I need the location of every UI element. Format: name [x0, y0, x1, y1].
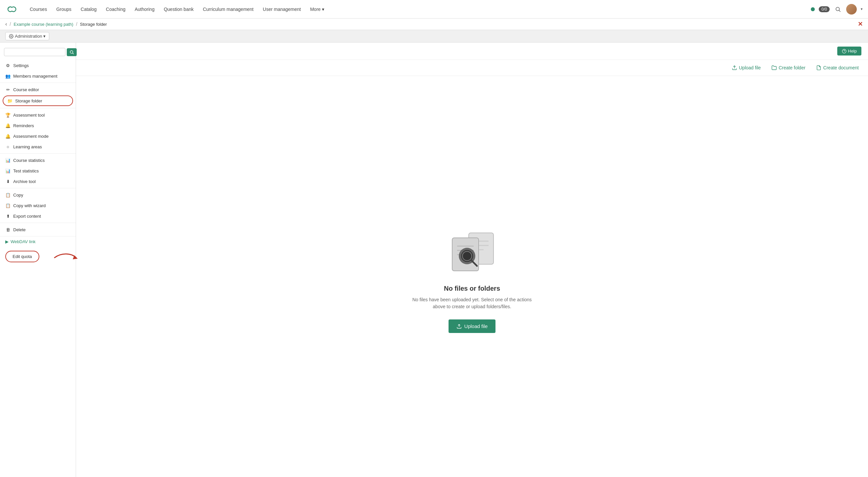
help-button[interactable]: Help	[837, 46, 861, 56]
menu-assessment-mode[interactable]: 🔔 Assessment mode	[0, 131, 76, 141]
back-button[interactable]: ‹	[5, 21, 7, 27]
admin-toolbar: Administration ▾	[0, 30, 868, 43]
svg-point-2	[10, 36, 12, 37]
user-menu-arrow[interactable]: ▾	[861, 7, 863, 11]
edit-quota-area: Edit quota	[0, 247, 76, 268]
menu-copy[interactable]: 📋 Copy	[0, 190, 76, 200]
breadcrumb: ‹ / Example course (learning path) / Sto…	[0, 19, 868, 30]
menu-members-management[interactable]: 👥 Members management	[0, 71, 76, 81]
menu-delete-label: Delete	[13, 227, 26, 232]
menu-settings[interactable]: ⚙ Settings	[0, 60, 76, 71]
nav-question-bank[interactable]: Question bank	[160, 4, 197, 14]
svg-line-1	[839, 10, 840, 11]
menu-course-statistics[interactable]: 📊 Course statistics	[0, 155, 76, 166]
content-toolbar: Help	[76, 43, 868, 60]
menu-webdav-label: WebDAV link	[10, 239, 35, 244]
menu-test-statistics[interactable]: 📊 Test statistics	[0, 166, 76, 176]
nav-user-management[interactable]: User management	[259, 4, 304, 14]
menu-learning-areas-label: Learning areas	[13, 144, 42, 149]
score-badge: 0/0	[819, 6, 830, 12]
create-document-button[interactable]: Create document	[813, 64, 861, 72]
menu-export-label: Export content	[13, 214, 41, 219]
content-area: Help Upload file Create folder	[76, 43, 868, 477]
archive-tool-icon: ⬇	[5, 179, 10, 184]
menu-section-top: ⚙ Settings 👥 Members management	[0, 59, 76, 83]
empty-state-description: No files have been uploaded yet. Select …	[406, 296, 538, 310]
nav-more[interactable]: More ▾	[307, 4, 328, 14]
menu-archive-tool[interactable]: ⬇ Archive tool	[0, 176, 76, 186]
admin-arrow: ▾	[43, 34, 45, 39]
nav-courses[interactable]: Courses	[26, 4, 50, 14]
breadcrumb-sep-1: /	[9, 22, 11, 27]
webdav-arrow: ▶	[5, 239, 9, 244]
svg-line-4	[73, 53, 74, 54]
menu-test-stats-label: Test statistics	[13, 168, 39, 173]
members-icon: 👥	[5, 73, 10, 79]
menu-reminders-label: Reminders	[13, 123, 34, 128]
left-panel: ⚙ Settings 👥 Members management ✏ Course…	[0, 43, 76, 477]
top-navigation: Courses Groups Catalog Coaching Authorin…	[0, 0, 868, 19]
close-button[interactable]: ✕	[858, 21, 863, 28]
create-folder-label: Create folder	[779, 65, 806, 70]
logo[interactable]	[5, 3, 19, 16]
search-bar	[0, 45, 76, 59]
search-button[interactable]	[67, 48, 77, 56]
empty-state: No files or folders No files have been u…	[76, 76, 868, 477]
create-folder-button[interactable]: Create folder	[769, 64, 808, 72]
course-stats-icon: 📊	[5, 158, 10, 163]
menu-course-editor[interactable]: ✏ Course editor	[0, 84, 76, 95]
menu-copy-label: Copy	[13, 193, 23, 198]
nav-authoring[interactable]: Authoring	[131, 4, 158, 14]
help-label: Help	[848, 48, 857, 54]
menu-section-delete: 🗑 Delete	[0, 223, 76, 237]
nav-groups[interactable]: Groups	[53, 4, 75, 14]
copy-icon: 📋	[5, 192, 10, 198]
admin-label: Administration	[15, 34, 42, 39]
annotation-arrow	[51, 249, 81, 266]
svg-point-3	[70, 50, 73, 53]
administration-button[interactable]: Administration ▾	[5, 32, 49, 40]
nav-curriculum[interactable]: Curriculum management	[199, 4, 257, 14]
nav-right-area: 0/0 ▾	[811, 4, 863, 14]
delete-icon: 🗑	[5, 227, 10, 232]
menu-learning-areas[interactable]: ○ Learning areas	[0, 141, 76, 152]
menu-storage-folder-label: Storage folder	[15, 98, 42, 103]
search-input[interactable]	[4, 48, 65, 56]
menu-webdav[interactable]: ▶ WebDAV link	[0, 237, 76, 247]
empty-state-title: No files or folders	[444, 285, 500, 292]
menu-settings-label: Settings	[13, 63, 29, 68]
upload-file-button[interactable]: Upload file	[729, 64, 764, 72]
edit-quota-button[interactable]: Edit quota	[5, 251, 39, 262]
action-buttons-row: Upload file Create folder Create documen…	[76, 60, 868, 76]
reminders-icon: 🔔	[5, 123, 10, 128]
menu-assessment-tool-label: Assessment tool	[13, 113, 44, 117]
user-avatar[interactable]	[846, 4, 857, 14]
main-layout: ⚙ Settings 👥 Members management ✏ Course…	[0, 43, 868, 477]
empty-upload-button[interactable]: Upload file	[448, 319, 496, 333]
menu-assessment-tool[interactable]: 🏆 Assessment tool	[0, 110, 76, 120]
create-document-label: Create document	[824, 65, 859, 70]
breadcrumb-sep-2: /	[76, 22, 78, 27]
export-icon: ⬆	[5, 213, 10, 219]
menu-storage-folder[interactable]: 📁 Storage folder	[3, 96, 73, 106]
nav-coaching[interactable]: Coaching	[102, 4, 129, 14]
nav-catalog[interactable]: Catalog	[78, 4, 100, 14]
empty-upload-label: Upload file	[464, 323, 488, 329]
storage-folder-icon: 📁	[7, 98, 12, 103]
empty-state-icon	[445, 223, 498, 277]
assessment-mode-icon: 🔔	[5, 133, 10, 139]
breadcrumb-parent[interactable]: Example course (learning path)	[13, 22, 73, 27]
svg-point-0	[836, 7, 840, 11]
menu-delete[interactable]: 🗑 Delete	[0, 224, 76, 235]
menu-reminders[interactable]: 🔔 Reminders	[0, 120, 76, 131]
test-stats-icon: 📊	[5, 168, 10, 173]
menu-copy-with-wizard[interactable]: 📋 Copy with wizard	[0, 200, 76, 211]
course-editor-icon: ✏	[5, 87, 10, 92]
global-search-button[interactable]	[834, 5, 842, 13]
settings-icon: ⚙	[5, 63, 10, 68]
copy-wizard-icon: 📋	[5, 203, 10, 208]
menu-export-content[interactable]: ⬆ Export content	[0, 211, 76, 221]
menu-course-editor-label: Course editor	[13, 87, 39, 92]
breadcrumb-current: Storage folder	[80, 22, 107, 27]
menu-course-stats-label: Course statistics	[13, 158, 44, 163]
